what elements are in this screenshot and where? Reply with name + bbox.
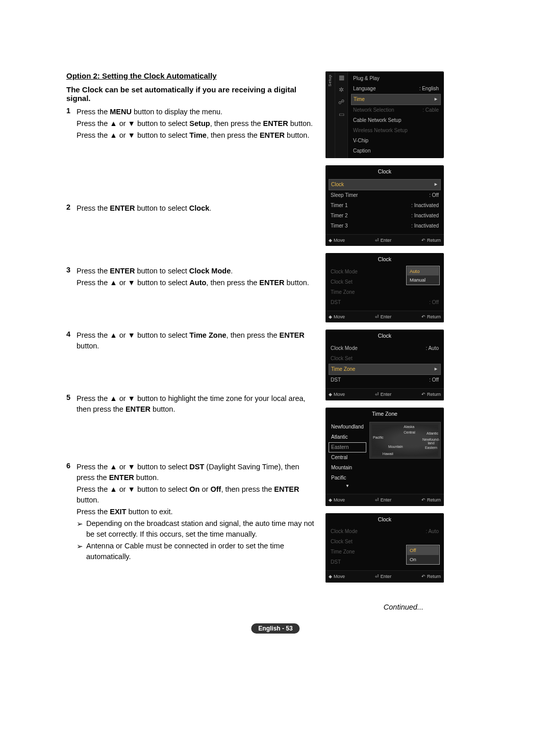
note-text: Antenna or Cable must be connected in or… xyxy=(86,541,316,562)
photo-icon: ▦ xyxy=(338,74,345,82)
timezone-option: Newfoundland xyxy=(329,422,366,432)
osd-menu-item: Clock Set xyxy=(329,354,441,364)
osd-timezone-select-menu: Clock Clock Mode: AutoClock SetTime Zone… xyxy=(325,330,444,400)
osd-menu-item: Time Zone xyxy=(329,287,441,297)
osd-menu-item: Clock► xyxy=(329,179,441,190)
step-2: 2 Press the ENTER button to select Clock… xyxy=(66,203,316,215)
osd-dst-menu: Clock Clock Mode: AutoClock SetTime Zone… xyxy=(325,513,444,583)
osd-menu-item: Timer 1: Inactivated xyxy=(329,200,441,211)
osd-vtab-label: Setup xyxy=(327,74,334,86)
step-number: 1 xyxy=(66,107,77,142)
osd-menu-item: Clock Mode: Auto xyxy=(329,526,441,537)
osd-menu-item: Timer 2: Inactivated xyxy=(329,211,441,221)
step-6: 6 Press the ▲ or ▼ button to select DST … xyxy=(66,462,316,563)
osd-menu-item: Language: English xyxy=(351,84,441,94)
step-number: 2 xyxy=(66,203,77,215)
osd-menu-item: Caption xyxy=(351,146,441,156)
osd-menu-item: External Settings xyxy=(351,156,441,158)
step-number: 3 xyxy=(66,266,77,289)
osd-hints: ◆Move ⏎Enter ↶Return xyxy=(325,494,444,506)
osd-menu-item: Time Zone► xyxy=(329,364,441,375)
monitor-icon: ▭ xyxy=(338,111,345,118)
step-number: 5 xyxy=(66,393,77,416)
scroll-down-icon: ▼ xyxy=(329,483,366,490)
step-number: 6 xyxy=(66,462,77,563)
osd-popup: OffOn xyxy=(406,545,440,564)
osd-setup-menu: Setup ▦ ✲ ☍ ▭ Plug & PlayLanguage: Engli… xyxy=(325,71,444,158)
osd-title: Clock xyxy=(325,165,444,178)
osd-popup-option: Manual xyxy=(407,275,439,284)
osd-menu-item: V-Chip xyxy=(351,136,441,146)
osd-menu-item: Clock Mode: Auto xyxy=(329,343,441,354)
osd-menu-item: Timer 3: Inactivated xyxy=(329,221,441,231)
osd-hints: ◆Move ⏎Enter ↶Return xyxy=(325,388,444,400)
osd-title: Clock xyxy=(325,330,444,342)
osd-title: Time Zone xyxy=(325,408,444,420)
osd-popup-option: Off xyxy=(407,546,439,555)
step-number: 4 xyxy=(66,330,77,352)
osd-menu-item: DST: Off xyxy=(329,375,441,385)
section-subheading: The Clock can be set automatically if yo… xyxy=(66,85,316,103)
osd-menu-item: Plug & Play xyxy=(351,73,441,84)
osd-menu-item: DST: Off xyxy=(329,297,441,308)
osd-menu-item: Wireless Network Setup xyxy=(351,125,441,136)
step-1: 1 Press the MENU button to display the m… xyxy=(66,107,316,142)
gear-icon: ✲ xyxy=(338,87,345,94)
osd-clock-menu: Clock Clock►Sleep Timer: OffTimer 1: Ina… xyxy=(325,165,444,246)
timezone-option: Eastern xyxy=(329,442,366,452)
controller-icon: ☍ xyxy=(338,99,345,106)
section-heading: Option 2: Setting the Clock Automaticall… xyxy=(66,71,316,80)
continued-text: Continued... xyxy=(0,603,423,611)
timezone-option: Atlantic xyxy=(329,432,366,442)
osd-clock-mode-menu: Clock Clock ModeClock SetTime ZoneDST: O… xyxy=(325,253,444,322)
timezone-option: Central xyxy=(329,452,366,463)
osd-title: Clock xyxy=(325,513,444,526)
timezone-map: Alaska Pacific Mountain Central Eastern … xyxy=(369,422,441,459)
osd-title: Clock xyxy=(325,253,444,266)
osd-hints: ◆Move ⏎Enter ↶Return xyxy=(325,234,444,246)
timezone-option: Pacific xyxy=(329,473,366,483)
osd-popup: AutoManual xyxy=(406,266,440,285)
note-text: Depending on the broadcast station and s… xyxy=(86,518,316,540)
osd-menu-item: Sleep Timer: Off xyxy=(329,190,441,200)
osd-popup-option: Auto xyxy=(407,267,439,275)
osd-hints: ◆Move ⏎Enter ↶Return xyxy=(325,570,444,582)
step-5: 5 Press the ▲ or ▼ button to highlight t… xyxy=(66,393,316,416)
osd-menu-item: Time► xyxy=(351,94,441,105)
step-3: 3 Press the ENTER button to select Clock… xyxy=(66,266,316,289)
osd-menu-item: Network Selection: Cable xyxy=(351,105,441,115)
osd-timezone-map: Time Zone NewfoundlandAtlanticEasternCen… xyxy=(325,408,444,506)
note-bullet-icon: ➢ xyxy=(77,518,83,540)
osd-menu-item: Cable Network Setup xyxy=(351,115,441,125)
page-footer: English - 53 xyxy=(251,623,299,634)
step-4: 4 Press the ▲ or ▼ button to select Time… xyxy=(66,330,316,352)
osd-popup-option: On xyxy=(407,555,439,564)
note-bullet-icon: ➢ xyxy=(77,541,83,562)
osd-hints: ◆Move ⏎Enter ↶Return xyxy=(325,311,444,322)
timezone-option: Mountain xyxy=(329,463,366,473)
